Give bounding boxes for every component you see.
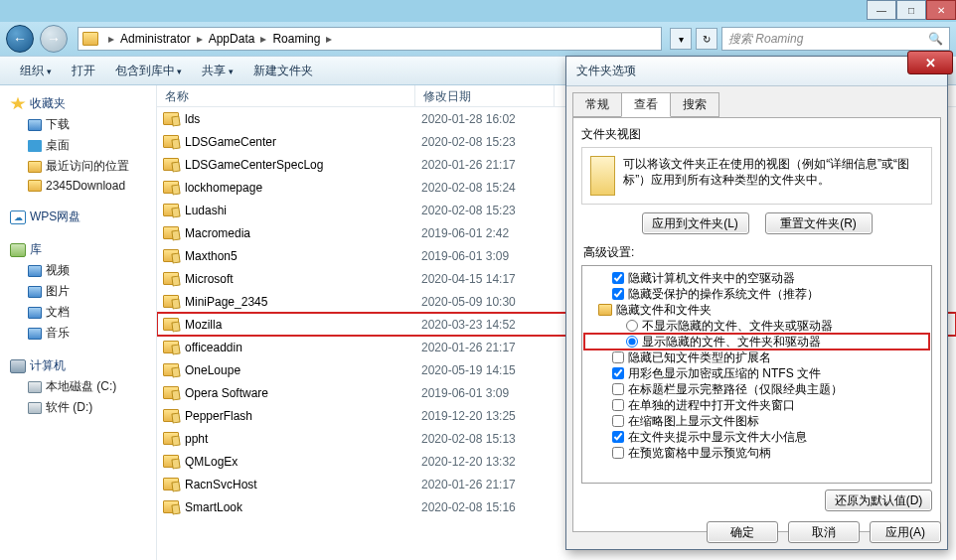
tree-item[interactable]: 隐藏已知文件类型的扩展名 [584,350,929,365]
tree-item[interactable]: 在预览窗格中显示预览句柄 [584,445,929,461]
check-icon[interactable] [612,272,624,284]
tab-view[interactable]: 查看 [621,92,671,117]
advanced-label: 高级设置: [583,244,932,261]
folder-options-dialog: 文件夹选项 ✕ 常规 查看 搜索 文件夹视图 可以将该文件夹正在使用的视图（例如… [565,56,948,550]
star-icon [10,97,26,111]
sidebar-item-desktop[interactable]: 桌面 [0,135,156,156]
sidebar-item-label: 最近访问的位置 [46,158,129,175]
sidebar-item-label: 软件 (D:) [46,399,92,416]
close-button[interactable]: ✕ [926,0,956,20]
check-icon[interactable] [612,288,624,300]
sidebar-item-label: 图片 [46,283,70,300]
file-name: ppht [185,432,208,446]
sidebar-item-music[interactable]: 音乐 [0,323,156,344]
tree-item[interactable]: 隐藏受保护的操作系统文件（推荐） [584,286,929,302]
cancel-button[interactable]: 取消 [788,521,860,543]
sidebar-item-2345[interactable]: 2345Download [0,177,156,195]
apply-button[interactable]: 应用(A) [870,521,941,543]
sidebar-label: WPS网盘 [30,209,80,225]
sidebar-item-d[interactable]: 软件 (D:) [0,397,156,418]
col-name[interactable]: 名称 [157,85,415,106]
computer-icon [10,359,26,373]
check-icon[interactable] [612,351,624,363]
include-menu[interactable]: 包含到库中 [105,59,193,83]
sep-icon: ▸ [104,32,118,46]
open-button[interactable]: 打开 [62,59,105,83]
sidebar-item-docs[interactable]: 文档 [0,302,156,323]
history-dropdown[interactable]: ▾ [670,28,692,50]
sidebar-item-downloads[interactable]: 下载 [0,114,156,135]
tree-item[interactable]: 在缩略图上显示文件图标 [584,413,929,429]
sidebar-item-label: 2345Download [46,179,125,193]
file-name: OneLoupe [185,363,240,377]
file-name: Ludashi [185,204,227,217]
advanced-tree[interactable]: 隐藏计算机文件夹中的空驱动器隐藏受保护的操作系统文件（推荐）隐藏文件和文件夹不显… [581,265,932,484]
restore-defaults-button[interactable]: 还原为默认值(D) [825,490,932,511]
check-icon[interactable] [612,399,624,411]
check-icon[interactable] [612,447,624,459]
drive-icon [28,381,42,393]
drive-icon [28,402,42,414]
file-name: Maxthon5 [185,249,238,263]
tree-item[interactable]: 用彩色显示加密或压缩的 NTFS 文件 [584,365,929,381]
refresh-button[interactable]: ↻ [696,28,717,50]
tab-search[interactable]: 搜索 [670,92,719,117]
file-name: PepperFlash [185,409,252,423]
tree-item[interactable]: 隐藏计算机文件夹中的空驱动器 [584,270,929,286]
folder-icon [163,363,179,376]
tree-item[interactable]: 在单独的进程中打开文件夹窗口 [584,397,929,413]
tree-item[interactable]: 在标题栏显示完整路径（仅限经典主题） [584,381,929,397]
tree-item[interactable]: 显示隐藏的文件、文件夹和驱动器 [584,334,929,350]
sidebar-item-label: 桌面 [46,137,70,154]
sidebar-item-pictures[interactable]: 图片 [0,281,156,302]
check-icon[interactable] [612,383,624,395]
forward-button[interactable]: → [40,25,68,53]
folder-icon [163,432,179,445]
check-icon[interactable] [612,367,624,379]
tree-item[interactable]: 在文件夹提示中显示文件大小信息 [584,429,929,445]
back-button[interactable]: ← [6,25,34,53]
reset-folders-button[interactable]: 重置文件夹(R) [765,212,873,234]
sidebar-item-recent[interactable]: 最近访问的位置 [0,156,156,177]
radio-icon[interactable] [626,320,638,332]
tree-item-label: 在标题栏显示完整路径（仅限经典主题） [628,381,843,397]
share-menu[interactable]: 共享 [192,59,243,83]
folder-icon [163,386,179,399]
sidebar-item-c[interactable]: 本地磁盘 (C:) [0,376,156,397]
max-button[interactable]: □ [896,0,926,20]
sidebar-item-video[interactable]: 视频 [0,260,156,281]
check-icon[interactable] [612,415,624,427]
search-placeholder: 搜索 Roaming [728,31,803,48]
folder-icon [163,455,179,468]
sidebar-libraries[interactable]: 库 [0,239,156,260]
crumb-0[interactable]: Administrator [118,32,193,46]
search-input[interactable]: 搜索 Roaming 🔍 [721,27,950,51]
sidebar-wps[interactable]: ☁WPS网盘 [0,207,156,227]
radio-icon[interactable] [626,336,638,348]
apply-to-folders-button[interactable]: 应用到文件夹(L) [642,212,749,234]
tree-item[interactable]: 隐藏文件和文件夹 [584,302,929,318]
address-bar[interactable]: ▸ Administrator ▸ AppData ▸ Roaming ▸ [78,27,662,51]
organize-menu[interactable]: 组织 [10,59,62,83]
tree-item-label: 用彩色显示加密或压缩的 NTFS 文件 [628,365,821,381]
folder-icon [163,295,179,308]
tree-item-label: 不显示隐藏的文件、文件夹或驱动器 [642,318,833,334]
sidebar-favorites[interactable]: 收藏夹 [0,93,156,114]
file-name: LDSGameCenter [185,135,276,149]
search-icon: 🔍 [928,32,943,46]
folder-icon [163,181,179,194]
sidebar-computer[interactable]: 计算机 [0,355,156,376]
dialog-close-button[interactable]: ✕ [907,51,953,74]
folder-icon [163,409,179,422]
col-date[interactable]: 修改日期 [415,85,555,106]
ok-button[interactable]: 确定 [707,521,778,543]
crumb-1[interactable]: AppData [207,32,257,46]
crumb-2[interactable]: Roaming [270,32,322,46]
tree-item[interactable]: 不显示隐藏的文件、文件夹或驱动器 [584,318,929,334]
check-icon[interactable] [612,431,624,443]
newfolder-button[interactable]: 新建文件夹 [243,59,323,83]
file-name: Microsoft [185,272,234,286]
tab-general[interactable]: 常规 [572,92,622,117]
min-button[interactable]: — [867,0,896,20]
sidebar-label: 计算机 [30,357,66,374]
